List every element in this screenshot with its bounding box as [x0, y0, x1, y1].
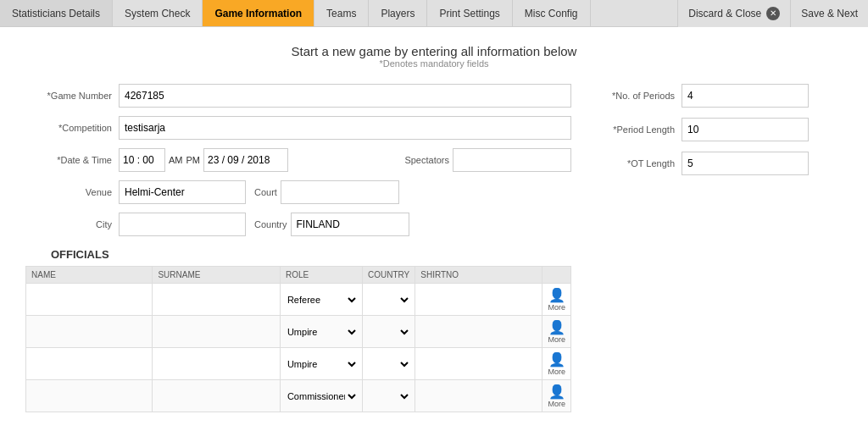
no-periods-row: *No. of Periods [588, 84, 843, 108]
more-button[interactable]: 👤 More [546, 382, 567, 410]
official-country-select[interactable] [366, 321, 411, 343]
game-number-input[interactable] [119, 84, 571, 108]
col-more [542, 267, 571, 284]
venue-input[interactable] [119, 180, 246, 204]
official-role-cell: Umpire Referee Umpire Commissioner Score… [280, 316, 362, 348]
tab-game-information[interactable]: Game Information [203, 0, 314, 26]
official-role-cell: Umpire Referee Umpire Commissioner Score… [280, 348, 362, 380]
discard-close-button[interactable]: Discard & Close ✕ [677, 0, 790, 27]
ot-length-input[interactable] [682, 152, 809, 175]
competition-input[interactable] [119, 116, 571, 140]
official-name-input[interactable] [30, 289, 148, 311]
official-country-cell [362, 284, 415, 316]
official-shirt-cell [415, 380, 542, 412]
period-length-row: *Period Length [588, 118, 843, 141]
official-role-select[interactable]: Referee Referee Umpire Commissioner Scor… [284, 289, 359, 311]
col-name: NAME [26, 267, 153, 284]
country-input[interactable] [291, 213, 409, 236]
tab-players[interactable]: Players [369, 0, 427, 26]
official-shirt-input[interactable] [419, 353, 538, 375]
person-icon: 👤 [548, 351, 565, 367]
form-layout: *Game Number *Competition *Date & Time A… [25, 84, 843, 412]
official-surname-cell [153, 380, 280, 412]
city-input[interactable] [119, 213, 246, 236]
official-country-cell [362, 380, 415, 412]
official-shirt-cell [415, 284, 542, 316]
official-shirt-cell [415, 348, 542, 380]
official-country-select[interactable] [366, 385, 411, 407]
official-country-cell [362, 348, 415, 380]
period-length-input[interactable] [682, 118, 809, 141]
save-next-button[interactable]: Save & Next [790, 0, 868, 27]
person-icon: 👤 [548, 384, 565, 400]
no-periods-input[interactable] [682, 84, 809, 108]
col-role: ROLE [280, 267, 362, 284]
official-surname-input[interactable] [156, 385, 275, 407]
officials-title: OFFICIALS [25, 248, 571, 261]
official-shirt-input[interactable] [419, 289, 538, 311]
official-country-select[interactable] [366, 289, 411, 311]
time-input[interactable] [119, 148, 165, 172]
form-right: *No. of Periods *Period Length *OT Lengt… [588, 84, 843, 412]
official-more-cell: 👤 More [542, 316, 571, 348]
more-label: More [548, 367, 565, 376]
officials-table: NAME SURNAME ROLE COUNTRY SHIRTNO [25, 266, 571, 412]
date-time-label: *Date & Time [25, 155, 119, 165]
officials-section: OFFICIALS NAME SURNAME ROLE COUNTRY SHIR… [25, 248, 571, 412]
official-more-cell: 👤 More [542, 348, 571, 380]
official-surname-cell [153, 348, 280, 380]
tab-statisticians-details[interactable]: Statisticians Details [0, 0, 113, 26]
page-title: Start a new game by entering all informa… [25, 44, 843, 58]
col-shirt-no: SHIRTNO [415, 267, 542, 284]
city-row: City Country [25, 213, 571, 236]
official-role-select[interactable]: Commissioner Referee Umpire Commissioner… [284, 385, 359, 407]
table-row: Umpire Referee Umpire Commissioner Score… [26, 348, 571, 380]
official-more-cell: 👤 More [542, 380, 571, 412]
official-role-select[interactable]: Umpire Referee Umpire Commissioner Score… [284, 321, 359, 343]
pm-label: PM [186, 155, 201, 165]
tab-print-settings[interactable]: Print Settings [427, 0, 512, 26]
official-surname-cell [153, 316, 280, 348]
venue-label: Venue [25, 187, 119, 197]
more-button[interactable]: 👤 More [546, 350, 567, 378]
spectators-input[interactable] [453, 148, 571, 172]
official-more-cell: 👤 More [542, 284, 571, 316]
col-surname: SURNAME [153, 267, 280, 284]
more-label: More [548, 303, 565, 312]
am-label: AM [169, 155, 183, 165]
official-shirt-input[interactable] [419, 385, 538, 407]
official-role-select[interactable]: Umpire Referee Umpire Commissioner Score… [284, 353, 359, 375]
official-surname-input[interactable] [156, 353, 275, 375]
ot-length-label: *OT Length [588, 158, 682, 169]
official-shirt-cell [415, 316, 542, 348]
date-input[interactable] [203, 148, 288, 172]
official-country-select[interactable] [366, 353, 411, 375]
game-number-label: *Game Number [25, 91, 119, 101]
period-length-label: *Period Length [588, 124, 682, 135]
court-label: Court [254, 187, 277, 197]
official-name-input[interactable] [30, 353, 148, 375]
official-name-input[interactable] [30, 321, 148, 343]
person-icon: 👤 [548, 287, 565, 303]
court-input[interactable] [281, 180, 399, 204]
city-label: City [25, 219, 119, 229]
more-button[interactable]: 👤 More [546, 318, 567, 345]
more-button[interactable]: 👤 More [546, 285, 567, 313]
official-name-input[interactable] [30, 385, 148, 407]
more-label: More [548, 400, 565, 408]
more-label: More [548, 335, 565, 344]
country-label: Country [254, 219, 287, 229]
official-surname-input[interactable] [156, 321, 275, 343]
tab-system-check[interactable]: System Check [113, 0, 203, 26]
page-header: Start a new game by entering all informa… [25, 44, 843, 69]
official-shirt-input[interactable] [419, 321, 538, 343]
tab-teams[interactable]: Teams [314, 0, 369, 26]
officials-header-row: NAME SURNAME ROLE COUNTRY SHIRTNO [26, 267, 571, 284]
col-country: COUNTRY [362, 267, 415, 284]
official-surname-input[interactable] [156, 289, 275, 311]
close-icon: ✕ [766, 7, 780, 20]
nav-actions: Discard & Close ✕ Save & Next [677, 0, 868, 26]
tab-misc-config[interactable]: Misc Config [513, 0, 591, 26]
date-time-row: *Date & Time AM PM Spectators [25, 148, 571, 172]
person-icon: 👤 [548, 319, 565, 335]
